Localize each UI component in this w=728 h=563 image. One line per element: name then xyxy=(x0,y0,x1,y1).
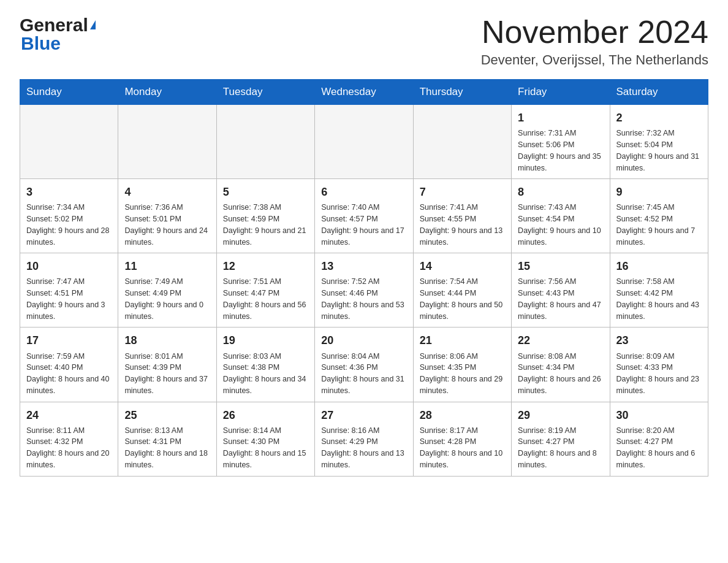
day-number: 17 xyxy=(26,332,112,348)
calendar-cell: 21Sunrise: 8:06 AM Sunset: 4:35 PM Dayli… xyxy=(413,327,511,402)
calendar-cell: 7Sunrise: 7:41 AM Sunset: 4:55 PM Daylig… xyxy=(413,179,511,253)
day-info: Sunrise: 7:31 AM Sunset: 5:06 PM Dayligh… xyxy=(518,128,603,174)
day-info: Sunrise: 8:19 AM Sunset: 4:27 PM Dayligh… xyxy=(518,425,603,471)
day-number: 22 xyxy=(518,332,603,348)
calendar-cell: 15Sunrise: 7:56 AM Sunset: 4:43 PM Dayli… xyxy=(512,253,610,327)
day-info: Sunrise: 7:34 AM Sunset: 5:02 PM Dayligh… xyxy=(26,202,112,248)
day-number: 28 xyxy=(420,407,505,423)
header-saturday: Saturday xyxy=(610,80,708,105)
day-number: 25 xyxy=(124,407,210,423)
calendar-cell: 11Sunrise: 7:49 AM Sunset: 4:49 PM Dayli… xyxy=(118,253,216,327)
day-info: Sunrise: 7:45 AM Sunset: 4:52 PM Dayligh… xyxy=(616,202,702,248)
week-row-0: 1Sunrise: 7:31 AM Sunset: 5:06 PM Daylig… xyxy=(20,105,708,179)
week-row-3: 17Sunrise: 7:59 AM Sunset: 4:40 PM Dayli… xyxy=(20,327,708,402)
logo: General Blue xyxy=(20,15,96,54)
calendar-cell: 30Sunrise: 8:20 AM Sunset: 4:27 PM Dayli… xyxy=(610,402,708,476)
day-number: 1 xyxy=(518,110,603,126)
day-number: 30 xyxy=(616,407,702,423)
calendar-cell: 24Sunrise: 8:11 AM Sunset: 4:32 PM Dayli… xyxy=(20,402,118,476)
calendar-cell: 27Sunrise: 8:16 AM Sunset: 4:29 PM Dayli… xyxy=(315,402,413,476)
header-tuesday: Tuesday xyxy=(216,80,314,105)
day-number: 9 xyxy=(616,184,702,200)
calendar-cell: 8Sunrise: 7:43 AM Sunset: 4:54 PM Daylig… xyxy=(512,179,610,253)
calendar-cell: 29Sunrise: 8:19 AM Sunset: 4:27 PM Dayli… xyxy=(512,402,610,476)
day-info: Sunrise: 7:43 AM Sunset: 4:54 PM Dayligh… xyxy=(518,202,603,248)
day-number: 4 xyxy=(124,184,210,200)
day-info: Sunrise: 7:47 AM Sunset: 4:51 PM Dayligh… xyxy=(26,276,112,322)
day-info: Sunrise: 8:11 AM Sunset: 4:32 PM Dayligh… xyxy=(26,425,112,471)
day-info: Sunrise: 7:41 AM Sunset: 4:55 PM Dayligh… xyxy=(420,202,505,248)
calendar-cell: 18Sunrise: 8:01 AM Sunset: 4:39 PM Dayli… xyxy=(118,327,216,402)
logo-general: General xyxy=(20,15,88,36)
title-area: November 2024 Deventer, Overijssel, The … xyxy=(481,15,708,68)
calendar-table: SundayMondayTuesdayWednesdayThursdayFrid… xyxy=(20,79,708,476)
calendar-cell: 1Sunrise: 7:31 AM Sunset: 5:06 PM Daylig… xyxy=(512,105,610,179)
calendar-cell: 14Sunrise: 7:54 AM Sunset: 4:44 PM Dayli… xyxy=(413,253,511,327)
calendar-cell xyxy=(216,105,314,179)
calendar-cell: 3Sunrise: 7:34 AM Sunset: 5:02 PM Daylig… xyxy=(20,179,118,253)
day-info: Sunrise: 7:54 AM Sunset: 4:44 PM Dayligh… xyxy=(420,276,505,322)
day-info: Sunrise: 7:36 AM Sunset: 5:01 PM Dayligh… xyxy=(124,202,210,248)
logo-blue: Blue xyxy=(20,33,61,54)
day-number: 19 xyxy=(223,332,308,348)
calendar-cell: 5Sunrise: 7:38 AM Sunset: 4:59 PM Daylig… xyxy=(216,179,314,253)
day-number: 15 xyxy=(518,258,603,274)
day-number: 3 xyxy=(26,184,112,200)
day-info: Sunrise: 7:52 AM Sunset: 4:46 PM Dayligh… xyxy=(321,276,406,322)
day-number: 2 xyxy=(616,110,702,126)
calendar-cell: 12Sunrise: 7:51 AM Sunset: 4:47 PM Dayli… xyxy=(216,253,314,327)
calendar-cell: 4Sunrise: 7:36 AM Sunset: 5:01 PM Daylig… xyxy=(118,179,216,253)
calendar-cell: 25Sunrise: 8:13 AM Sunset: 4:31 PM Dayli… xyxy=(118,402,216,476)
day-info: Sunrise: 8:01 AM Sunset: 4:39 PM Dayligh… xyxy=(124,351,210,397)
calendar-cell: 23Sunrise: 8:09 AM Sunset: 4:33 PM Dayli… xyxy=(610,327,708,402)
logo-triangle-icon xyxy=(90,20,96,29)
day-number: 21 xyxy=(420,332,505,348)
day-info: Sunrise: 7:56 AM Sunset: 4:43 PM Dayligh… xyxy=(518,276,603,322)
day-number: 7 xyxy=(420,184,505,200)
day-number: 29 xyxy=(518,407,603,423)
day-number: 14 xyxy=(420,258,505,274)
day-info: Sunrise: 8:17 AM Sunset: 4:28 PM Dayligh… xyxy=(420,425,505,471)
day-number: 23 xyxy=(616,332,702,348)
calendar-subtitle: Deventer, Overijssel, The Netherlands xyxy=(481,52,708,68)
day-number: 11 xyxy=(124,258,210,274)
header-thursday: Thursday xyxy=(413,80,511,105)
day-info: Sunrise: 8:04 AM Sunset: 4:36 PM Dayligh… xyxy=(321,351,406,397)
day-number: 24 xyxy=(26,407,112,423)
calendar-cell: 16Sunrise: 7:58 AM Sunset: 4:42 PM Dayli… xyxy=(610,253,708,327)
calendar-cell: 13Sunrise: 7:52 AM Sunset: 4:46 PM Dayli… xyxy=(315,253,413,327)
day-info: Sunrise: 7:58 AM Sunset: 4:42 PM Dayligh… xyxy=(616,276,702,322)
header-sunday: Sunday xyxy=(20,80,118,105)
day-info: Sunrise: 7:40 AM Sunset: 4:57 PM Dayligh… xyxy=(321,202,406,248)
day-info: Sunrise: 7:51 AM Sunset: 4:47 PM Dayligh… xyxy=(223,276,308,322)
day-info: Sunrise: 7:38 AM Sunset: 4:59 PM Dayligh… xyxy=(223,202,308,248)
header-friday: Friday xyxy=(512,80,610,105)
calendar-cell: 6Sunrise: 7:40 AM Sunset: 4:57 PM Daylig… xyxy=(315,179,413,253)
header-monday: Monday xyxy=(118,80,216,105)
day-number: 20 xyxy=(321,332,406,348)
calendar-cell xyxy=(118,105,216,179)
day-info: Sunrise: 7:59 AM Sunset: 4:40 PM Dayligh… xyxy=(26,351,112,397)
calendar-cell: 22Sunrise: 8:08 AM Sunset: 4:34 PM Dayli… xyxy=(512,327,610,402)
day-info: Sunrise: 8:16 AM Sunset: 4:29 PM Dayligh… xyxy=(321,425,406,471)
calendar-cell xyxy=(20,105,118,179)
calendar-cell xyxy=(315,105,413,179)
day-info: Sunrise: 7:49 AM Sunset: 4:49 PM Dayligh… xyxy=(124,276,210,322)
page-header: General Blue November 2024 Deventer, Ove… xyxy=(20,15,708,68)
day-number: 16 xyxy=(616,258,702,274)
calendar-cell: 19Sunrise: 8:03 AM Sunset: 4:38 PM Dayli… xyxy=(216,327,314,402)
day-info: Sunrise: 8:14 AM Sunset: 4:30 PM Dayligh… xyxy=(223,425,308,471)
day-number: 18 xyxy=(124,332,210,348)
day-info: Sunrise: 8:08 AM Sunset: 4:34 PM Dayligh… xyxy=(518,351,603,397)
day-number: 26 xyxy=(223,407,308,423)
day-number: 12 xyxy=(223,258,308,274)
day-number: 8 xyxy=(518,184,603,200)
calendar-cell: 17Sunrise: 7:59 AM Sunset: 4:40 PM Dayli… xyxy=(20,327,118,402)
day-info: Sunrise: 8:09 AM Sunset: 4:33 PM Dayligh… xyxy=(616,351,702,397)
calendar-header-row: SundayMondayTuesdayWednesdayThursdayFrid… xyxy=(20,80,708,105)
calendar-cell: 26Sunrise: 8:14 AM Sunset: 4:30 PM Dayli… xyxy=(216,402,314,476)
calendar-cell xyxy=(413,105,511,179)
day-number: 13 xyxy=(321,258,406,274)
calendar-cell: 2Sunrise: 7:32 AM Sunset: 5:04 PM Daylig… xyxy=(610,105,708,179)
day-number: 27 xyxy=(321,407,406,423)
